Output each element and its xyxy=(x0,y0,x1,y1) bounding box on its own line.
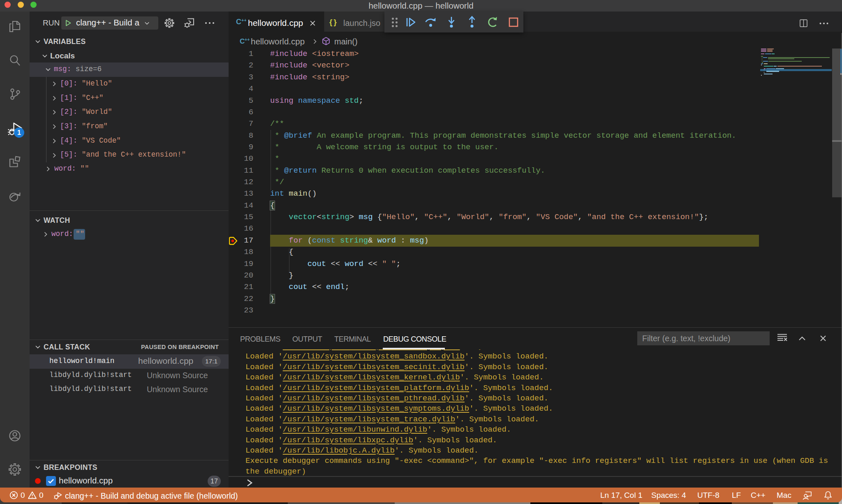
svg-text:++: ++ xyxy=(245,37,250,42)
svg-text:C: C xyxy=(240,37,245,45)
svg-text:C: C xyxy=(236,18,241,26)
svg-text:++: ++ xyxy=(241,18,246,23)
